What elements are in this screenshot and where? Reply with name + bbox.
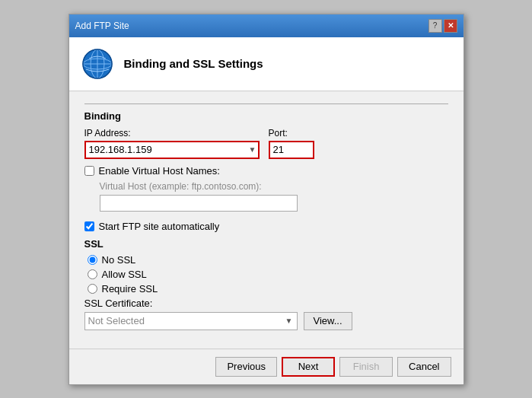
ip-address-label: IP Address: bbox=[84, 128, 260, 139]
finish-button[interactable]: Finish bbox=[339, 357, 393, 377]
globe-icon bbox=[81, 48, 113, 80]
virtual-host-checkbox[interactable] bbox=[84, 166, 94, 176]
next-button[interactable]: Next bbox=[282, 357, 335, 377]
cert-select[interactable]: Not Selected bbox=[84, 312, 298, 330]
header-section: Binding and SSL Settings bbox=[69, 37, 464, 91]
no-ssl-radio[interactable] bbox=[88, 255, 97, 265]
auto-start-row: Start FTP site automatically bbox=[84, 221, 448, 232]
ip-port-row: IP Address: 192.168.1.159 ▼ Port: bbox=[84, 128, 448, 159]
header-title: Binding and SSL Settings bbox=[124, 57, 263, 70]
previous-button[interactable]: Previous bbox=[215, 357, 277, 377]
allow-ssl-row: Allow SSL bbox=[88, 269, 448, 280]
port-label: Port: bbox=[269, 128, 314, 139]
virtual-host-field-label: Virtual Host (example: ftp.contoso.com): bbox=[100, 181, 448, 192]
port-field-group: Port: bbox=[269, 128, 314, 159]
cert-row: Not Selected ▼ View... bbox=[84, 312, 448, 330]
close-button[interactable]: ✕ bbox=[444, 19, 457, 33]
cert-select-wrap: Not Selected ▼ bbox=[84, 312, 298, 330]
ssl-section-label: SSL bbox=[84, 238, 448, 250]
virtual-host-checkbox-row: Enable Virtual Host Names: bbox=[84, 165, 448, 177]
auto-start-label: Start FTP site automatically bbox=[99, 221, 220, 232]
title-bar: Add FTP Site ? ✕ bbox=[69, 14, 464, 37]
auto-start-checkbox[interactable] bbox=[84, 221, 94, 231]
dialog-window: Add FTP Site ? ✕ Binding and SSL Setting… bbox=[68, 14, 464, 385]
binding-section-label: Binding bbox=[84, 110, 448, 122]
content-area: Binding IP Address: 192.168.1.159 ▼ Port… bbox=[69, 91, 464, 349]
ip-address-select[interactable]: 192.168.1.159 bbox=[84, 141, 260, 159]
virtual-host-input[interactable] bbox=[100, 195, 298, 212]
ip-field-group: IP Address: 192.168.1.159 ▼ bbox=[84, 128, 260, 159]
dialog-title: Add FTP Site bbox=[75, 21, 129, 31]
no-ssl-label: No SSL bbox=[102, 254, 136, 266]
view-button[interactable]: View... bbox=[304, 312, 352, 330]
require-ssl-label: Require SSL bbox=[102, 283, 158, 295]
footer: Previous Next Finish Cancel bbox=[69, 349, 464, 384]
ip-select-wrap: 192.168.1.159 ▼ bbox=[84, 141, 260, 159]
ssl-section: SSL No SSL Allow SSL Require SSL SSL Cer… bbox=[84, 238, 448, 330]
cancel-button[interactable]: Cancel bbox=[397, 357, 451, 377]
allow-ssl-label: Allow SSL bbox=[102, 269, 147, 280]
require-ssl-radio[interactable] bbox=[88, 284, 97, 294]
allow-ssl-radio[interactable] bbox=[88, 269, 97, 279]
help-button[interactable]: ? bbox=[428, 19, 442, 33]
cert-label: SSL Certificate: bbox=[84, 298, 448, 309]
no-ssl-row: No SSL bbox=[88, 254, 448, 266]
binding-section: Binding IP Address: 192.168.1.159 ▼ Port… bbox=[84, 103, 448, 212]
title-bar-buttons: ? ✕ bbox=[428, 19, 457, 33]
port-input[interactable] bbox=[269, 141, 314, 159]
require-ssl-row: Require SSL bbox=[88, 283, 448, 295]
virtual-host-label: Enable Virtual Host Names: bbox=[99, 165, 220, 177]
